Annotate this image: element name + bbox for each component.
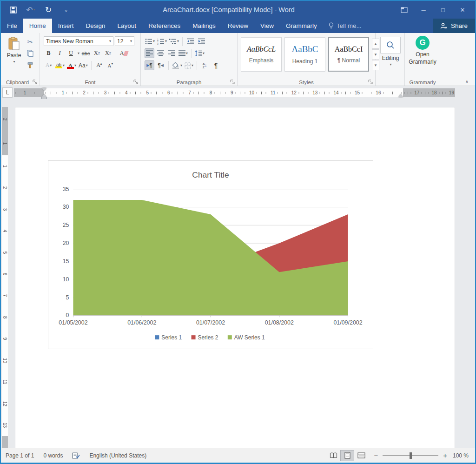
clear-formatting-button[interactable]: A [119,48,129,58]
line-spacing-button[interactable]: ▾ [194,48,205,58]
align-left-button[interactable] [145,48,154,58]
highlight-button[interactable]: ab▾ [55,60,65,70]
superscript-button[interactable]: X2 [103,48,113,58]
line-spacing-dropdown-icon[interactable]: ▾ [203,52,205,55]
borders-button[interactable]: ▾ [184,60,194,70]
paste-dropdown-icon[interactable]: ▾ [13,60,15,64]
subscript-button[interactable]: X2 [92,48,102,58]
numbering-dropdown-icon[interactable]: ▾ [165,40,167,43]
tab-layout[interactable]: Layout [112,19,143,33]
multilevel-dropdown-icon[interactable]: ▾ [177,40,179,43]
tab-design[interactable]: Design [80,19,112,33]
underline-button[interactable]: U [66,48,76,58]
style-normal[interactable]: AaBbCcI ¶ Normal [328,37,369,72]
tab-grammarly[interactable]: Grammarly [280,19,323,33]
editing-button[interactable]: Editing ▾ [379,37,402,66]
zoom-slider-handle[interactable] [410,452,412,459]
first-line-indent-marker[interactable] [42,88,46,91]
tab-review[interactable]: Review [222,19,254,33]
font-name-combo[interactable]: Times New Roman▾ [44,36,113,46]
zoom-level[interactable]: 100 % [448,452,475,459]
format-painter-icon[interactable] [25,60,35,70]
paragraph-dialog-launcher[interactable] [230,80,235,85]
bold-button[interactable]: B [44,48,53,58]
grow-font-button[interactable]: A▴ [94,60,104,70]
ltr-direction-button[interactable]: ▶¶ [145,60,154,70]
sort-button[interactable]: AZ↓ [200,60,210,70]
align-center-button[interactable] [156,48,165,58]
editing-dropdown-icon[interactable]: ▾ [390,63,391,66]
tab-home[interactable]: Home [23,19,52,33]
font-color-button[interactable]: A▾ [66,60,77,70]
customize-qat-icon[interactable]: ⌄ [60,4,72,15]
clipboard-dialog-launcher[interactable] [33,80,38,85]
read-mode-button[interactable] [326,450,340,461]
shading-dropdown-icon[interactable]: ▾ [180,64,182,67]
print-layout-button[interactable] [340,450,354,461]
right-indent-marker[interactable] [398,94,403,97]
hanging-indent-marker[interactable] [42,94,46,97]
word-count[interactable]: 0 words [39,452,67,459]
tab-stop-selector[interactable]: L [2,87,13,98]
styles-dialog-launcher[interactable] [368,80,373,85]
text-effects-button[interactable]: A▾ [44,60,53,70]
increase-indent-button[interactable] [197,36,206,46]
tab-references[interactable]: References [142,19,186,33]
undo-dropdown-icon[interactable]: ▾ [33,8,35,12]
tab-insert[interactable]: Insert [52,19,80,33]
minimize-button[interactable]: ─ [416,4,431,16]
vertical-ruler[interactable]: 21 12345678910111213 [2,107,8,449]
zoom-in-button[interactable]: + [442,451,448,459]
decrease-indent-button[interactable] [185,36,195,46]
shrink-font-button[interactable]: A▾ [106,60,115,70]
collapse-ribbon-icon[interactable]: ∧ [465,79,469,84]
undo-icon[interactable]: ↶▾ [25,4,36,15]
tab-mailings[interactable]: Mailings [186,19,222,33]
rtl-direction-button[interactable]: ¶◀ [156,60,165,70]
copy-icon[interactable] [25,48,35,58]
strikethrough-button[interactable]: abc [81,48,91,58]
align-right-button[interactable] [167,48,177,58]
tell-me-box[interactable]: Tell me... [323,19,367,33]
close-button[interactable]: ✕ [455,4,470,16]
show-hide-pilcrow-button[interactable]: ¶ [211,60,221,70]
ruler-mark [261,92,262,94]
horizontal-ruler[interactable]: 1 12345678910111213141516 171819 [14,88,455,97]
multilevel-list-button[interactable]: ▾ [169,36,179,46]
proofing-status-icon[interactable] [67,452,85,459]
zoom-slider[interactable] [383,455,438,456]
style-heading1[interactable]: AaBbC Heading 1 [284,37,325,72]
tab-file[interactable]: File [1,19,23,33]
borders-dropdown-icon[interactable]: ▾ [192,64,193,67]
shading-button[interactable]: ▾ [172,60,183,70]
maximize-button[interactable]: □ [435,4,451,16]
cut-icon[interactable]: ✂ [25,37,35,46]
numbering-button[interactable]: 123 ▾ [157,36,167,46]
bullets-dropdown-icon[interactable]: ▾ [153,40,155,43]
bullets-button[interactable]: ▾ [145,36,155,46]
repeat-icon[interactable]: ↻ [43,4,54,15]
zoom-out-button[interactable]: − [373,451,379,459]
web-layout-button[interactable] [354,450,368,461]
document-page[interactable]: Chart Title0510152025303501/05/200201/06… [15,107,455,449]
font-dialog-launcher[interactable] [133,80,139,85]
justify-button[interactable]: ▾ [178,48,188,58]
chart-object[interactable]: Chart Title0510152025303501/05/200201/06… [48,160,373,349]
language-indicator[interactable]: English (United States) [85,452,151,459]
style-emphasis[interactable]: AaBbCcL Emphasis [241,37,282,72]
font-size-combo[interactable]: 12▾ [115,36,134,46]
open-grammarly-button[interactable]: G Open Grammarly [407,36,438,66]
font-color-dropdown-icon[interactable]: ▾ [74,64,76,67]
italic-button[interactable]: I [55,48,65,58]
change-case-button[interactable]: Aa▾ [78,60,88,70]
page-indicator[interactable]: Page 1 of 1 [1,452,39,459]
ribbon-display-options-icon[interactable] [396,4,412,16]
tab-view[interactable]: View [254,19,280,33]
save-icon[interactable] [7,4,19,15]
underline-dropdown-icon[interactable]: ▾ [78,52,79,55]
paste-button[interactable]: Paste ▾ [5,37,23,64]
highlight-dropdown-icon[interactable]: ▾ [63,64,65,67]
group-clipboard: Paste ▾ ✂ Clipboard [1,33,40,86]
share-button[interactable]: Share [433,19,475,33]
grammarly-logo-icon: G [416,36,430,50]
